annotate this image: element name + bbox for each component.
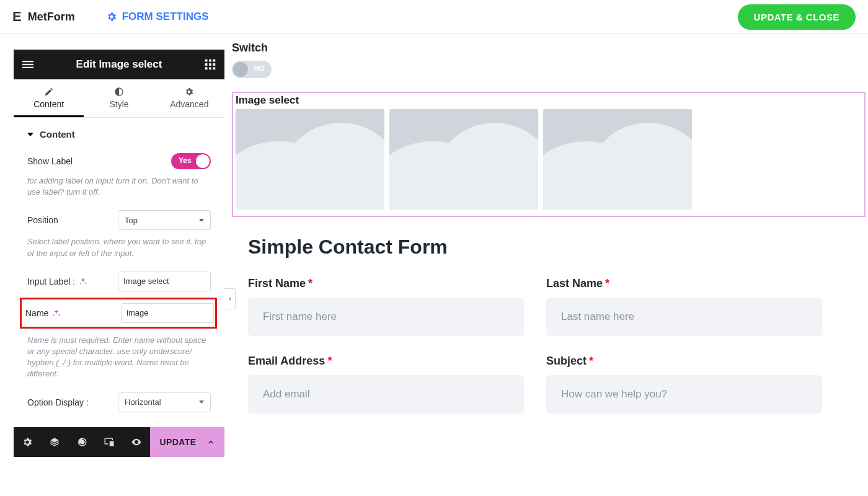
sparkle-icon <box>79 277 87 286</box>
gear-icon <box>184 87 194 97</box>
elementor-logo-icon: E <box>12 9 22 25</box>
chevron-up-icon <box>207 438 215 446</box>
editor-panel: Edit Image select Content Style Advanced <box>0 34 224 457</box>
footer-settings[interactable] <box>14 427 41 457</box>
footer-history[interactable] <box>68 427 95 457</box>
section-content-label: Content <box>40 129 75 140</box>
svg-rect-9 <box>205 68 208 70</box>
chevron-down-icon <box>199 401 204 404</box>
switch-widget-label: Switch <box>232 42 868 55</box>
image-select-label: Image select <box>236 94 859 107</box>
email-input[interactable] <box>248 375 524 414</box>
footer-preview[interactable] <box>123 427 150 457</box>
tab-style[interactable]: Style <box>84 79 154 117</box>
panel-header: Edit Image select <box>14 50 224 79</box>
field-first-name: First Name* <box>248 277 524 336</box>
svg-rect-11 <box>213 68 215 70</box>
tab-style-label: Style <box>109 99 128 109</box>
first-name-label: First Name <box>248 277 306 290</box>
panel-footer: UPDATE <box>14 427 224 457</box>
required-icon: * <box>605 277 609 290</box>
toggle-knob <box>196 154 210 168</box>
svg-rect-10 <box>209 68 211 70</box>
switch-off-text: NO <box>254 64 265 72</box>
tab-advanced-label: Advanced <box>170 99 208 109</box>
option-display-label: Option Display : <box>27 397 89 407</box>
image-option-1[interactable] <box>236 109 384 210</box>
footer-update-label: UPDATE <box>160 437 197 447</box>
toggle-yes-text: Yes <box>179 156 192 165</box>
eye-icon <box>131 436 142 448</box>
panel-tabs: Content Style Advanced <box>14 79 224 118</box>
svg-rect-8 <box>213 63 215 66</box>
svg-rect-5 <box>213 60 215 62</box>
hamburger-icon[interactable] <box>22 59 33 70</box>
form-preview: Simple Contact Form First Name* Last Nam… <box>232 217 839 414</box>
panel-collapse-handle[interactable] <box>224 288 236 309</box>
brand-name: MetForm <box>28 11 75 24</box>
svg-rect-1 <box>22 64 33 65</box>
section-content-toggle[interactable]: Content <box>27 129 211 140</box>
switch-widget-toggle[interactable]: NO <box>232 61 272 78</box>
svg-rect-6 <box>205 63 208 66</box>
tab-content[interactable]: Content <box>14 79 84 117</box>
switch-knob <box>233 62 248 77</box>
form-settings-label: FORM SETTINGS <box>122 11 209 23</box>
app-topbar: E MetForm FORM SETTINGS UPDATE & CLOSE <box>0 0 868 34</box>
svg-rect-2 <box>22 67 33 68</box>
chevron-down-icon <box>199 219 204 222</box>
chevron-left-icon <box>228 296 232 302</box>
footer-navigator[interactable] <box>41 427 68 457</box>
gear-icon <box>22 436 33 448</box>
required-icon: * <box>308 277 312 290</box>
name-field[interactable] <box>121 303 214 323</box>
panel-title: Edit Image select <box>76 58 162 71</box>
svg-rect-7 <box>209 63 211 66</box>
half-circle-icon <box>114 87 124 97</box>
email-label: Email Address <box>248 355 325 368</box>
history-icon <box>76 436 87 448</box>
image-select-widget[interactable]: Image select <box>232 92 866 217</box>
subject-input[interactable] <box>546 375 822 414</box>
widget-grid-icon[interactable] <box>205 59 216 70</box>
field-subject: Subject* <box>546 355 822 414</box>
form-settings-button[interactable]: FORM SETTINGS <box>106 11 209 23</box>
image-option-3[interactable] <box>543 109 692 210</box>
input-label-field[interactable] <box>118 272 211 291</box>
pencil-icon <box>44 87 54 97</box>
layers-icon <box>49 436 60 448</box>
canvas: Switch NO Image select Simple Contact Fo… <box>224 34 868 457</box>
footer-responsive[interactable] <box>95 427 123 457</box>
required-icon: * <box>327 355 332 368</box>
tab-advanced[interactable]: Advanced <box>154 79 224 117</box>
position-select[interactable]: Top <box>118 210 211 230</box>
caret-down-icon <box>27 133 33 136</box>
first-name-input[interactable] <box>248 298 524 336</box>
svg-rect-3 <box>205 60 208 62</box>
position-help: Select label position. where you want to… <box>27 236 211 259</box>
show-label-label: Show Label <box>27 156 73 166</box>
update-close-button[interactable]: UPDATE & CLOSE <box>738 4 856 30</box>
svg-rect-0 <box>22 61 33 62</box>
image-option-2[interactable] <box>389 109 538 210</box>
show-label-help: for adding label on input turn it on. Do… <box>27 175 211 198</box>
show-label-toggle[interactable]: Yes <box>171 153 211 169</box>
field-email: Email Address* <box>248 355 524 414</box>
devices-icon <box>104 436 115 448</box>
required-icon: * <box>589 355 593 368</box>
footer-update-button[interactable]: UPDATE <box>150 427 224 457</box>
name-highlight: Name <box>20 298 217 329</box>
name-help: Name is must required. Enter name withou… <box>27 335 211 380</box>
name-label: Name <box>25 308 61 318</box>
option-display-select[interactable]: Horizontal <box>118 392 211 412</box>
last-name-input[interactable] <box>546 298 822 336</box>
option-display-value: Horizontal <box>125 397 161 407</box>
form-title: Simple Contact Form <box>248 236 822 259</box>
field-last-name: Last Name* <box>546 277 822 336</box>
position-value: Top <box>125 216 138 225</box>
subject-label: Subject <box>546 355 587 368</box>
gear-icon <box>106 11 117 22</box>
last-name-label: Last Name <box>546 277 603 290</box>
sparkle-icon <box>52 309 61 317</box>
svg-rect-4 <box>209 60 211 62</box>
